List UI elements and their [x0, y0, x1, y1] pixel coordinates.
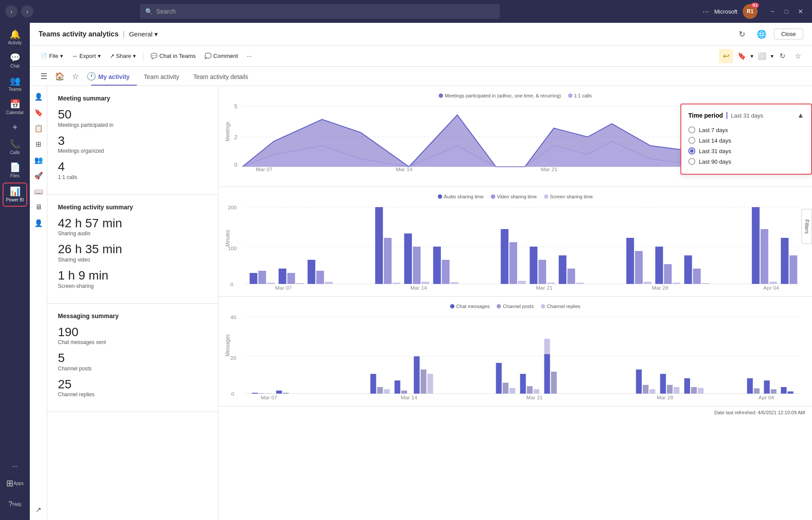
view-button[interactable]: ⬜ — [755, 49, 769, 63]
legend-replies-label: Channel replies — [547, 304, 580, 309]
sidebar-item-powerbi[interactable]: 📊 Power BI — [3, 183, 27, 207]
app-header-right: ↻ 🌐 Close — [735, 27, 803, 41]
panel-bookmark-icon[interactable]: 🔖 — [32, 105, 46, 119]
sidebar-item-help[interactable]: ? Help — [6, 495, 24, 513]
toolbar-more-button[interactable]: ··· — [243, 51, 255, 61]
globe-icon[interactable]: 🌐 — [755, 27, 769, 41]
bar — [747, 378, 753, 394]
share-button[interactable]: ↗ Share ▾ — [106, 51, 140, 61]
legend-posts-label: Channel posts — [503, 304, 533, 309]
filter-panel: Time period Last 31 days ▲ Last 7 days L… — [680, 104, 812, 175]
export-button[interactable]: ↔ Export ▾ — [68, 51, 104, 61]
hamburger-button[interactable]: ☰ — [37, 69, 51, 83]
bar — [377, 387, 383, 394]
filter-option-31days[interactable]: Last 31 days — [688, 146, 804, 156]
bar — [684, 378, 690, 394]
bookmark-button[interactable]: 🔖 — [735, 49, 749, 63]
bar — [267, 283, 275, 284]
close-button[interactable]: Close — [774, 29, 803, 39]
maximize-button[interactable]: □ — [780, 5, 793, 18]
bar — [250, 273, 258, 284]
comment-label: Comment — [213, 53, 238, 59]
filter-option-14days[interactable]: Last 14 days — [688, 135, 804, 146]
sidebar-item-more[interactable]: ··· — [3, 459, 27, 473]
sidebar-item-calendar[interactable]: 📅 Calendar — [3, 96, 27, 118]
sidebar-item-apps[interactable]: ⊞ Apps — [6, 474, 24, 492]
video-label: Sharing video — [58, 257, 207, 263]
svg-text:Minutes: Minutes — [225, 230, 230, 247]
sidebar-item-activity[interactable]: 🔔 Activity — [3, 26, 27, 49]
sidebar-item-files[interactable]: 📄 Files — [3, 159, 27, 182]
filters-tab-button[interactable]: Filters — [801, 209, 812, 244]
legend-chat-label: Chat messages — [456, 304, 490, 309]
legend-replies-dot — [541, 304, 545, 308]
chat-teams-icon: 💬 — [150, 53, 157, 59]
undo-button[interactable]: ↩ — [719, 49, 733, 63]
minimize-button[interactable]: − — [766, 5, 779, 18]
panel-person2-icon[interactable]: 👥 — [32, 153, 46, 167]
tab-team-activity-details[interactable]: Team activity details — [186, 70, 255, 86]
date-refreshed: Date last refreshed: 4/6/2021 12:10:09 A… — [218, 406, 812, 419]
bar — [764, 380, 769, 394]
bar — [422, 282, 429, 284]
avatar[interactable]: R1 R1 — [743, 4, 758, 19]
legend-video: Video sharing time — [491, 194, 537, 199]
sidebar-item-teams[interactable]: 👥 Teams — [3, 73, 27, 95]
svg-text:Mar 07: Mar 07 — [275, 285, 292, 290]
bar — [283, 393, 289, 394]
close-window-button[interactable]: ✕ — [794, 5, 807, 18]
toolbar-right: ↩ 🔖 ▾ ⬜ ▾ ↻ ☆ — [719, 49, 805, 63]
refresh-toolbar-button[interactable]: ↻ — [775, 49, 789, 63]
filter-option-90days[interactable]: Last 90 days — [688, 156, 804, 167]
filter-7days-label: Last 7 days — [699, 127, 728, 133]
forward-button[interactable]: › — [21, 5, 33, 18]
sidebar-item-chat[interactable]: 💬 Chat — [3, 50, 27, 72]
bar — [626, 238, 634, 284]
filter-90days-label: Last 90 days — [699, 158, 731, 165]
subtitle-dropdown[interactable]: General ▾ — [129, 30, 157, 38]
svg-text:Meetings: Meetings — [225, 122, 230, 141]
bar — [530, 247, 538, 284]
bookmark-chevron-icon: ▾ — [751, 53, 753, 59]
toolbar-separator — [143, 51, 143, 61]
bar — [394, 380, 400, 394]
star-button[interactable]: ☆ — [791, 49, 805, 63]
svg-text:Mar 28: Mar 28 — [652, 285, 669, 290]
bar — [509, 388, 515, 394]
svg-text:Mar 21: Mar 21 — [541, 167, 558, 172]
panel-person-icon[interactable]: 👤 — [32, 90, 46, 104]
more-options-button[interactable]: ··· — [702, 7, 709, 16]
sidebar-item-calls[interactable]: 📞 Calls — [3, 136, 27, 158]
home-button[interactable]: 🏠 — [53, 69, 67, 83]
search-bar[interactable]: 🔍 Search — [140, 4, 500, 19]
tab-team-activity[interactable]: Team activity — [137, 70, 186, 86]
sidebar-item-add[interactable]: + — [3, 119, 27, 135]
panel-layout-icon[interactable]: ⊞ — [32, 137, 46, 151]
subtitle-text: General — [129, 30, 152, 38]
comment-button[interactable]: 💭 Comment — [201, 51, 241, 61]
clock-button[interactable]: 🕐 — [84, 69, 98, 83]
panel-clipboard-icon[interactable]: 📋 — [32, 121, 46, 135]
svg-text:40: 40 — [230, 315, 236, 319]
panel-arrow-icon[interactable]: ↗ — [32, 502, 46, 516]
panel-book-icon[interactable]: 📖 — [32, 184, 46, 198]
left-panel: 👤 🔖 📋 ⊞ 👥 🚀 📖 🖥 👤 ↗ — [30, 86, 47, 520]
file-button[interactable]: 📄 File ▾ — [37, 51, 67, 61]
legend-channel-posts: Channel posts — [497, 304, 533, 309]
bar — [503, 383, 508, 394]
refresh-button[interactable]: ↻ — [735, 27, 749, 41]
star-nav-button[interactable]: ☆ — [68, 69, 82, 83]
back-button[interactable]: ‹ — [5, 5, 18, 18]
panel-user-circle-icon[interactable]: 👤 — [32, 216, 46, 230]
chat-in-teams-button[interactable]: 💬 Chat in Teams — [147, 51, 199, 61]
legend-chat-dot — [450, 304, 454, 308]
svg-text:5: 5 — [234, 104, 237, 110]
avatar-initials: R1 — [747, 8, 753, 14]
filter-option-7days[interactable]: Last 7 days — [688, 125, 804, 135]
panel-monitor-icon[interactable]: 🖥 — [32, 200, 46, 214]
legend-audio: Audio sharing time — [438, 194, 484, 199]
svg-text:Messages: Messages — [225, 334, 230, 356]
bar — [375, 207, 383, 284]
filter-collapse-button[interactable]: ▲ — [797, 111, 804, 119]
panel-rocket-icon[interactable]: 🚀 — [32, 169, 46, 183]
